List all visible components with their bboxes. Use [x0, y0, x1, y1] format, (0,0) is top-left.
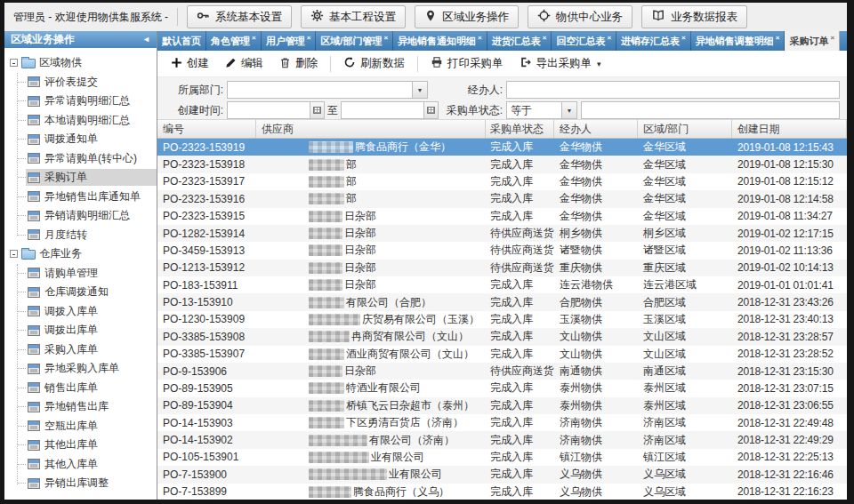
table-row[interactable]: PO-3459-153913 日杂部 待供应商送货 诸暨物供 诸暨区域 2019… — [157, 242, 847, 259]
table-row[interactable]: PO-3385-153907 酒业商贸有限公司（文山） 完成入库 文山物供 文山… — [157, 346, 847, 363]
column-header-supplier[interactable]: 供应商 — [256, 120, 486, 138]
column-header-status[interactable]: 采购单状态 — [486, 120, 554, 138]
sidebar-item[interactable]: 异销请购明细汇总 — [13, 206, 157, 226]
tab[interactable]: 角色管理 × — [206, 31, 262, 51]
sidebar-item[interactable]: 本地请购明细汇总 — [13, 111, 157, 131]
department-select[interactable]: ▼ — [227, 81, 428, 99]
status-operator-select[interactable]: 等于 ▼ — [506, 101, 577, 119]
table-row[interactable]: PO-14-153902 有限公司（济南） 完成入库 济南物供 济南区域 201… — [157, 431, 847, 448]
tree-connector — [18, 483, 26, 484]
table-row[interactable]: PO-2323-153916 部 完成入库 金华物供 金华区域 2019-01-… — [157, 190, 847, 207]
sidebar-item[interactable]: 调拨出库单 — [13, 321, 157, 340]
sidebar-item[interactable]: 采购入库单 — [13, 340, 157, 360]
redacted-supplier-blur — [309, 452, 369, 463]
tab-close-icon[interactable]: × — [478, 34, 482, 42]
cell-created: 2019-01-08 12:15:12 — [732, 175, 847, 188]
column-header-region[interactable]: 区域/部门 — [638, 120, 732, 138]
table-row[interactable]: PO-2323-153915 日杂部 完成入库 金华物供 金华区域 2019-0… — [157, 208, 847, 225]
table-row[interactable]: PO-7-153899 腾食品商行（义乌） 完成入库 义乌物供 义乌区域 201… — [157, 484, 847, 500]
menu-button-data-reports[interactable]: 业务数据报表 — [641, 5, 747, 28]
table-row[interactable]: PO-7-153900 业有限公司 完成入库 义乌物供 义乌区域 2018-12… — [157, 466, 847, 483]
sidebar-folder-warehouse[interactable]: 仓库业务 — [10, 244, 157, 264]
date-to-input[interactable] — [341, 101, 439, 119]
sidebar-item[interactable]: 异地销售出库通知单 — [13, 188, 157, 207]
tab-close-icon[interactable]: × — [830, 34, 834, 42]
table-row[interactable]: PO-9-153906 日杂部 待供应商送货 南通物供 南通区域 2018-12… — [157, 363, 847, 380]
sidebar-item[interactable]: 其他出库单 — [13, 436, 157, 455]
table-row[interactable]: PO-14-153903 下区勇清百货店（济南） 完成入库 济南物供 济南区域 … — [157, 414, 847, 431]
tab[interactable]: 用户管理 × — [262, 31, 317, 51]
table-row[interactable]: PO-2323-153919 腾食品商行（金华） 完成入库 金华物供 金华区域 … — [157, 139, 847, 156]
sidebar-item[interactable]: 月度结转 — [13, 226, 157, 245]
tab[interactable]: 异地销售通知明细 × — [393, 31, 487, 51]
refresh-button[interactable]: 刷新数据 — [337, 53, 411, 74]
sidebar-item[interactable]: 采购订单 — [13, 168, 157, 188]
table-row[interactable]: PO-3385-153908 冉商贸有限公司（文山） 完成入库 文山物供 文山区… — [157, 328, 847, 345]
sidebar-item[interactable]: 异销出库调整 — [13, 474, 157, 493]
menu-button-regional-operations[interactable]: 区域业务操作 — [415, 5, 519, 28]
export-order-button[interactable]: 导出采购单 ▾ — [513, 53, 608, 74]
sidebar-item[interactable]: 空瓶出库单 — [13, 417, 157, 436]
column-header-created[interactable]: 创建日期 — [732, 120, 847, 138]
sidebar-item[interactable]: 异地采购入库单 — [13, 359, 157, 379]
form-icon — [28, 382, 40, 393]
tab-close-icon[interactable]: × — [776, 34, 780, 42]
sidebar-item[interactable]: 仓库调拨通知 — [13, 283, 157, 302]
print-order-button[interactable]: 打印采购单 — [424, 53, 510, 74]
sidebar-item[interactable]: 评价表提交 — [13, 73, 157, 92]
sidebar-item[interactable]: 异常请购明细汇总 — [13, 92, 157, 111]
tab-close-icon[interactable]: × — [543, 34, 547, 42]
chevron-down-icon[interactable]: ▼ — [412, 82, 427, 98]
tab[interactable]: 区域/部门管理 × — [316, 31, 393, 51]
sidebar-folder-region-supply[interactable]: 区域物供 — [10, 53, 157, 73]
table-row[interactable]: PO-1282-153914 日杂部 待供应商送货 桐乡物供 桐乡区域 2019… — [157, 225, 847, 242]
collapse-box-icon[interactable] — [10, 250, 18, 258]
tab[interactable]: 采购订单 × — [785, 31, 840, 51]
tab-close-icon[interactable]: × — [252, 34, 256, 42]
menu-button-basic-project-settings[interactable]: 基本工程设置 — [301, 5, 406, 28]
date-from-input[interactable] — [227, 101, 325, 119]
chevron-down-icon[interactable]: ▼ — [561, 102, 576, 118]
column-header-operator[interactable]: 经办人 — [554, 120, 638, 138]
sidebar-item[interactable]: 其他入库单 — [13, 455, 157, 475]
table-row[interactable]: PO-1213-153912 日杂部 待供应商送货 重庆物供 重庆区域 2019… — [157, 260, 847, 276]
tab[interactable]: 进货汇总表 × — [487, 31, 552, 51]
table-row[interactable]: PO-183-153911 日杂部 完成入库 连云港物供 连云港区域 2019-… — [157, 276, 847, 293]
menu-button-supply-center[interactable]: 物供中心业务 — [528, 5, 632, 28]
table-row[interactable]: PO-1230-153909 庆贸易有限公司（玉溪） 完成入库 玉溪物供 玉溪区… — [157, 311, 847, 328]
tab-close-icon[interactable]: × — [607, 34, 611, 42]
collapse-box-icon[interactable] — [10, 59, 18, 67]
sidebar-item[interactable]: 调拨入库单 — [13, 302, 157, 322]
sidebar-item[interactable]: 异常请购单(转中心) — [13, 149, 157, 169]
sidebar-item[interactable]: 调拨通知单 — [13, 130, 157, 149]
column-header-order-id[interactable]: 编号 — [157, 120, 256, 138]
tab-close-icon[interactable]: × — [681, 34, 686, 42]
operator-input[interactable] — [506, 81, 840, 99]
status-value-input[interactable] — [581, 101, 840, 119]
sidebar-collapse-icon[interactable]: ◄ — [142, 36, 150, 44]
tab-close-icon[interactable]: × — [307, 34, 311, 42]
sidebar-item[interactable]: 销售出库单 — [13, 379, 157, 398]
tree-connector — [18, 406, 26, 407]
tab-close-icon[interactable]: × — [383, 34, 388, 42]
table-row[interactable]: PO-2323-153918 部 完成入库 金华物供 金华区域 2019-01-… — [157, 156, 847, 172]
delete-button[interactable]: 删除 — [273, 53, 324, 74]
menu-button-system-settings[interactable]: 系统基本设置 — [187, 5, 292, 28]
tab[interactable]: 异地销售调整明细 × — [691, 31, 786, 51]
sidebar-item[interactable]: 异地销售出库 — [13, 397, 157, 417]
table-row[interactable]: PO-89-153905 特酒业有限公司 完成入库 泰州物供 泰州区域 2018… — [157, 380, 847, 396]
tab[interactable]: 回空汇总表 × — [552, 31, 616, 51]
create-button[interactable]: 创建 — [165, 53, 215, 74]
table-row[interactable]: PO-2323-153917 部 完成入库 金华物供 金华区域 2019-01-… — [157, 173, 847, 190]
table-row[interactable]: PO-13-153910 有限公司（合肥） 完成入库 合肥物供 合肥区域 201… — [157, 293, 847, 310]
tab[interactable]: 默认首页 — [157, 31, 206, 51]
tab[interactable]: 进销存汇总表 × — [616, 31, 691, 51]
table-row[interactable]: PO-105-153901 业有限公司 完成入库 镇江物供 镇江区域 2018-… — [157, 449, 847, 466]
cell-operator: 金华物供 — [554, 140, 638, 155]
sidebar-item[interactable]: 请购单管理 — [13, 264, 157, 284]
table-row[interactable]: PO-89-153904 桥镇飞云日杂超市（泰州） 完成入库 泰州物供 泰州区域… — [157, 397, 847, 414]
edit-button[interactable]: 编辑 — [219, 53, 270, 74]
cell-region: 金华区域 — [638, 174, 732, 189]
calendar-icon[interactable] — [310, 102, 324, 118]
redacted-supplier-blur — [309, 211, 342, 222]
